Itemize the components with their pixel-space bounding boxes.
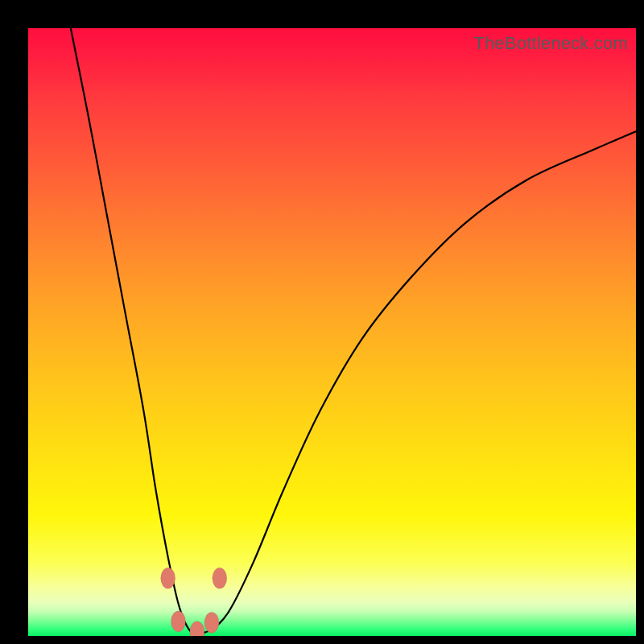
plot-area: TheBottleneck.com: [28, 28, 636, 636]
gradient-background: [28, 28, 636, 636]
chart-stage: TheBottleneck.com: [0, 0, 644, 644]
